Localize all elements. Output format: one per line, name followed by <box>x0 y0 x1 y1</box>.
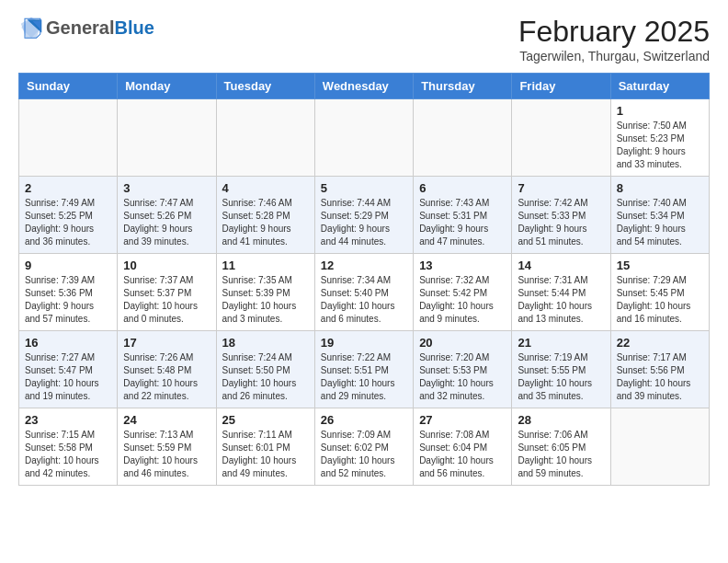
calendar-cell: 14Sunrise: 7:31 AM Sunset: 5:44 PM Dayli… <box>512 254 610 331</box>
day-info: Sunrise: 7:11 AM Sunset: 6:01 PM Dayligh… <box>222 429 309 480</box>
calendar-cell: 2Sunrise: 7:49 AM Sunset: 5:25 PM Daylig… <box>19 177 118 254</box>
calendar-cell <box>19 99 118 177</box>
logo-blue: Blue <box>114 17 154 38</box>
day-number: 19 <box>321 336 407 350</box>
day-info: Sunrise: 7:09 AM Sunset: 6:02 PM Dayligh… <box>321 429 407 480</box>
day-info: Sunrise: 7:32 AM Sunset: 5:42 PM Dayligh… <box>419 274 506 326</box>
day-number: 22 <box>617 336 703 350</box>
page: GeneralBlue February 2025 Tagerwilen, Th… <box>0 0 728 500</box>
calendar-cell: 22Sunrise: 7:17 AM Sunset: 5:56 PM Dayli… <box>610 331 709 408</box>
calendar-week-2: 2Sunrise: 7:49 AM Sunset: 5:25 PM Daylig… <box>19 177 710 254</box>
calendar-cell: 10Sunrise: 7:37 AM Sunset: 5:37 PM Dayli… <box>118 254 216 331</box>
day-number: 27 <box>419 413 506 427</box>
calendar-cell: 12Sunrise: 7:34 AM Sunset: 5:40 PM Dayli… <box>314 254 413 331</box>
calendar-week-3: 9Sunrise: 7:39 AM Sunset: 5:36 PM Daylig… <box>19 254 710 331</box>
day-info: Sunrise: 7:26 AM Sunset: 5:48 PM Dayligh… <box>123 351 210 403</box>
calendar-cell: 7Sunrise: 7:42 AM Sunset: 5:33 PM Daylig… <box>512 177 610 254</box>
location-subtitle: Tagerwilen, Thurgau, Switzerland <box>518 49 710 63</box>
calendar-cell: 18Sunrise: 7:24 AM Sunset: 5:50 PM Dayli… <box>216 331 314 408</box>
day-info: Sunrise: 7:37 AM Sunset: 5:37 PM Dayligh… <box>123 274 210 326</box>
calendar-cell: 24Sunrise: 7:13 AM Sunset: 5:59 PM Dayli… <box>118 408 216 486</box>
calendar-cell: 16Sunrise: 7:27 AM Sunset: 5:47 PM Dayli… <box>19 331 118 408</box>
calendar-cell: 20Sunrise: 7:20 AM Sunset: 5:53 PM Dayli… <box>414 331 512 408</box>
day-info: Sunrise: 7:35 AM Sunset: 5:39 PM Dayligh… <box>222 274 309 326</box>
day-number: 2 <box>25 181 111 195</box>
day-number: 21 <box>518 336 604 350</box>
day-number: 20 <box>419 336 506 350</box>
calendar-cell: 1Sunrise: 7:50 AM Sunset: 5:23 PM Daylig… <box>610 99 709 177</box>
day-number: 14 <box>518 259 604 272</box>
day-number: 9 <box>25 259 111 272</box>
calendar-cell: 11Sunrise: 7:35 AM Sunset: 5:39 PM Dayli… <box>216 254 314 331</box>
calendar-cell: 27Sunrise: 7:08 AM Sunset: 6:04 PM Dayli… <box>414 408 512 486</box>
day-number: 3 <box>123 181 210 195</box>
day-info: Sunrise: 7:31 AM Sunset: 5:44 PM Dayligh… <box>518 274 604 326</box>
calendar-cell: 26Sunrise: 7:09 AM Sunset: 6:02 PM Dayli… <box>314 408 413 486</box>
calendar-cell: 13Sunrise: 7:32 AM Sunset: 5:42 PM Dayli… <box>414 254 512 331</box>
day-info: Sunrise: 7:50 AM Sunset: 5:23 PM Dayligh… <box>617 120 703 171</box>
day-info: Sunrise: 7:47 AM Sunset: 5:26 PM Dayligh… <box>123 197 210 248</box>
day-info: Sunrise: 7:43 AM Sunset: 5:31 PM Dayligh… <box>419 197 506 248</box>
col-monday: Monday <box>118 74 216 99</box>
calendar-cell: 19Sunrise: 7:22 AM Sunset: 5:51 PM Dayli… <box>314 331 413 408</box>
day-number: 10 <box>123 259 210 272</box>
day-number: 6 <box>419 181 506 195</box>
day-number: 16 <box>25 336 111 350</box>
day-info: Sunrise: 7:08 AM Sunset: 6:04 PM Dayligh… <box>419 429 506 480</box>
title-area: February 2025 Tagerwilen, Thurgau, Switz… <box>518 15 710 63</box>
calendar-cell: 23Sunrise: 7:15 AM Sunset: 5:58 PM Dayli… <box>19 408 118 486</box>
day-number: 28 <box>518 413 604 427</box>
calendar-cell: 9Sunrise: 7:39 AM Sunset: 5:36 PM Daylig… <box>19 254 118 331</box>
day-info: Sunrise: 7:22 AM Sunset: 5:51 PM Dayligh… <box>321 351 407 403</box>
day-number: 23 <box>25 413 111 427</box>
day-info: Sunrise: 7:39 AM Sunset: 5:36 PM Dayligh… <box>25 274 111 326</box>
col-tuesday: Tuesday <box>216 74 314 99</box>
calendar-week-4: 16Sunrise: 7:27 AM Sunset: 5:47 PM Dayli… <box>19 331 710 408</box>
day-number: 15 <box>617 259 703 272</box>
day-number: 13 <box>419 259 506 272</box>
month-year-title: February 2025 <box>518 15 710 49</box>
day-number: 17 <box>123 336 210 350</box>
day-number: 26 <box>321 413 407 427</box>
day-number: 25 <box>222 413 309 427</box>
day-info: Sunrise: 7:19 AM Sunset: 5:55 PM Dayligh… <box>518 351 604 403</box>
calendar-week-1: 1Sunrise: 7:50 AM Sunset: 5:23 PM Daylig… <box>19 99 710 177</box>
day-info: Sunrise: 7:34 AM Sunset: 5:40 PM Dayligh… <box>321 274 407 326</box>
calendar-cell <box>216 99 314 177</box>
day-info: Sunrise: 7:27 AM Sunset: 5:47 PM Dayligh… <box>25 351 111 403</box>
day-info: Sunrise: 7:46 AM Sunset: 5:28 PM Dayligh… <box>222 197 309 248</box>
day-info: Sunrise: 7:42 AM Sunset: 5:33 PM Dayligh… <box>518 197 604 248</box>
calendar-cell: 17Sunrise: 7:26 AM Sunset: 5:48 PM Dayli… <box>118 331 216 408</box>
day-info: Sunrise: 7:40 AM Sunset: 5:34 PM Dayligh… <box>617 197 703 248</box>
col-friday: Friday <box>512 74 610 99</box>
col-wednesday: Wednesday <box>314 74 413 99</box>
calendar-header-row: Sunday Monday Tuesday Wednesday Thursday… <box>19 74 710 99</box>
calendar-cell: 6Sunrise: 7:43 AM Sunset: 5:31 PM Daylig… <box>414 177 512 254</box>
day-info: Sunrise: 7:17 AM Sunset: 5:56 PM Dayligh… <box>617 351 703 403</box>
calendar-cell: 4Sunrise: 7:46 AM Sunset: 5:28 PM Daylig… <box>216 177 314 254</box>
logo: GeneralBlue <box>18 15 154 40</box>
calendar-cell: 5Sunrise: 7:44 AM Sunset: 5:29 PM Daylig… <box>314 177 413 254</box>
day-number: 11 <box>222 259 309 272</box>
day-info: Sunrise: 7:24 AM Sunset: 5:50 PM Dayligh… <box>222 351 309 403</box>
day-number: 1 <box>617 104 703 118</box>
calendar-cell: 3Sunrise: 7:47 AM Sunset: 5:26 PM Daylig… <box>118 177 216 254</box>
calendar-week-5: 23Sunrise: 7:15 AM Sunset: 5:58 PM Dayli… <box>19 408 710 486</box>
day-number: 4 <box>222 181 309 195</box>
day-number: 5 <box>321 181 407 195</box>
day-info: Sunrise: 7:44 AM Sunset: 5:29 PM Dayligh… <box>321 197 407 248</box>
day-number: 12 <box>321 259 407 272</box>
day-info: Sunrise: 7:20 AM Sunset: 5:53 PM Dayligh… <box>419 351 506 403</box>
calendar-cell <box>512 99 610 177</box>
day-info: Sunrise: 7:49 AM Sunset: 5:25 PM Dayligh… <box>25 197 111 248</box>
day-number: 7 <box>518 181 604 195</box>
calendar-cell: 28Sunrise: 7:06 AM Sunset: 6:05 PM Dayli… <box>512 408 610 486</box>
calendar-cell: 21Sunrise: 7:19 AM Sunset: 5:55 PM Dayli… <box>512 331 610 408</box>
col-sunday: Sunday <box>19 74 118 99</box>
calendar-cell: 25Sunrise: 7:11 AM Sunset: 6:01 PM Dayli… <box>216 408 314 486</box>
day-number: 8 <box>617 181 703 195</box>
day-info: Sunrise: 7:06 AM Sunset: 6:05 PM Dayligh… <box>518 429 604 480</box>
logo-text: GeneralBlue <box>46 17 154 38</box>
col-saturday: Saturday <box>610 74 709 99</box>
day-info: Sunrise: 7:13 AM Sunset: 5:59 PM Dayligh… <box>123 429 210 480</box>
